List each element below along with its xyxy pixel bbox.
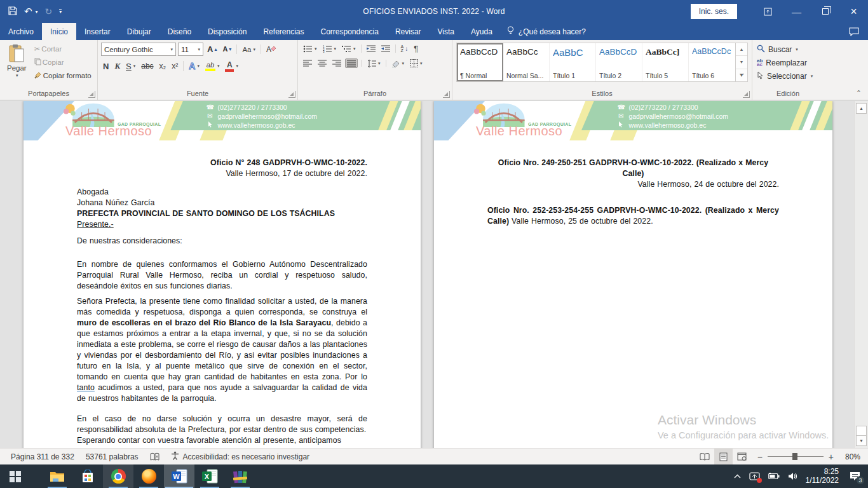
paste-dropdown-icon[interactable]: ▾ [16, 73, 18, 78]
superscript-button[interactable]: x² [170, 60, 180, 72]
zoom-percentage[interactable]: 80% [839, 452, 860, 461]
underline-button[interactable]: S▾ [124, 60, 137, 72]
customize-qat-icon[interactable]: ▾ [59, 9, 62, 14]
tab-revisar[interactable]: Revisar [387, 23, 430, 40]
tab-disposicion[interactable]: Disposición [200, 23, 255, 40]
styles-scroll-down-icon[interactable]: ▼ [736, 56, 747, 69]
tab-archivo[interactable]: Archivo [0, 23, 42, 40]
multilevel-list-button[interactable]: ▾ [340, 44, 358, 54]
page-indicator[interactable]: Página 311 de 332 [5, 449, 80, 464]
style-normal-sa[interactable]: AaBbCc Normal Sa... [503, 43, 550, 81]
bullets-button[interactable]: ▾ [301, 44, 319, 54]
screen-share-icon[interactable] [749, 472, 760, 481]
taskbar-chrome[interactable] [103, 464, 133, 488]
subscript-button[interactable]: x₂ [158, 60, 168, 72]
undo-dropdown-icon[interactable]: ▾ [36, 9, 38, 15]
page1-text[interactable]: Oficio N° 248 GADPRVH-O-WMC-10-2022. Val… [24, 140, 421, 446]
document-canvas[interactable]: GAD PARROQUIAL Valle Hermoso ☎(02)277322… [0, 101, 868, 448]
shading-button[interactable]: ▾ [390, 58, 407, 69]
web-layout-button[interactable] [733, 449, 751, 464]
read-mode-button[interactable] [696, 449, 714, 464]
speaker-icon[interactable] [788, 472, 797, 480]
comments-icon[interactable] [849, 23, 859, 40]
tab-dibujar[interactable]: Dibujar [119, 23, 159, 40]
highlight-button[interactable]: ab ▾ [203, 60, 222, 72]
text-effects-button[interactable]: A▾ [187, 60, 201, 72]
undo-icon[interactable]: ↶ [24, 6, 32, 17]
minimize-button[interactable]: — [782, 0, 811, 23]
tray-chevron-up-icon[interactable] [734, 474, 741, 478]
ribbon-display-options-icon[interactable] [754, 0, 782, 23]
tab-vista[interactable]: Vista [430, 23, 463, 40]
font-name-select[interactable]: Century Gothic▾ [101, 43, 176, 56]
bold-button[interactable]: N [101, 60, 111, 72]
tab-insertar[interactable]: Insertar [76, 23, 119, 40]
save-icon[interactable] [8, 6, 17, 17]
zoom-in-icon[interactable]: + [829, 452, 834, 462]
replace-button[interactable]: abac Reemplazar [756, 58, 820, 68]
italic-button[interactable]: K [112, 60, 122, 72]
paragraph-dialog-launcher[interactable] [443, 91, 450, 98]
style-normal[interactable]: AaBbCcD ¶ Normal [457, 43, 503, 81]
print-layout-button[interactable] [714, 449, 733, 464]
tab-inicio[interactable]: Inicio [42, 23, 76, 40]
sign-in-button[interactable]: Inic. ses. [691, 4, 737, 19]
clear-formatting-button[interactable]: A [264, 44, 278, 55]
restore-button[interactable] [811, 0, 839, 23]
document-page-2[interactable]: GAD PARROQUIAL Valle Hermoso ☎(02)277322… [434, 101, 832, 448]
paste-button[interactable]: Pegar ▾ [3, 43, 31, 88]
tab-referencias[interactable]: Referencias [255, 23, 312, 40]
change-case-button[interactable]: Aa▾ [240, 44, 257, 55]
collapse-ribbon-icon[interactable]: ⌃ [856, 89, 862, 97]
font-color-button[interactable]: A ▾ [223, 59, 240, 73]
format-painter-button[interactable]: Copiar formato [32, 70, 93, 81]
align-left-button[interactable] [301, 58, 314, 68]
style-titulo-6[interactable]: AaBbCcDc Título 6 [689, 43, 735, 81]
start-button[interactable] [0, 464, 31, 488]
close-button[interactable]: × [839, 0, 868, 23]
action-center-icon[interactable]: 3 [850, 471, 860, 481]
grow-font-button[interactable]: A▴ [205, 44, 219, 54]
word-count[interactable]: 53761 palabras [80, 449, 144, 464]
styles-more-icon[interactable]: ▼ [736, 69, 747, 81]
proofing-status-icon[interactable] [144, 449, 165, 464]
strikethrough-button[interactable]: abc [139, 60, 155, 72]
decrease-indent-button[interactable] [365, 44, 377, 54]
styles-scroll-up-icon[interactable]: ▲ [736, 43, 747, 56]
style-titulo-1[interactable]: AaBbC Título 1 [550, 43, 596, 81]
clipboard-dialog-launcher[interactable] [88, 91, 95, 98]
page2-text[interactable]: Oficio Nro. 249-250-251 GADPRVH-O-WMC-10… [434, 140, 832, 227]
increase-indent-button[interactable] [379, 44, 392, 54]
tab-ayuda[interactable]: Ayuda [463, 23, 501, 40]
taskbar-word[interactable]: W [164, 464, 194, 488]
zoom-slider[interactable] [768, 456, 824, 457]
taskbar-excel[interactable]: X [194, 464, 225, 488]
find-button[interactable]: Buscar▾ [756, 44, 820, 55]
battery-icon[interactable] [768, 473, 780, 480]
scroll-up-icon[interactable]: ▲ [856, 103, 867, 114]
select-button[interactable]: Seleccionar▾ [756, 71, 820, 82]
font-size-select[interactable]: 11▾ [178, 43, 203, 56]
tab-correspondencia[interactable]: Correspondencia [312, 23, 386, 40]
show-marks-button[interactable]: ¶ [412, 43, 420, 55]
align-center-button[interactable] [316, 58, 329, 68]
styles-dialog-launcher[interactable] [743, 91, 750, 98]
zoom-out-icon[interactable]: − [757, 452, 763, 462]
taskbar-winrar[interactable] [225, 464, 255, 488]
numbering-button[interactable]: 123▾ [321, 44, 339, 54]
style-titulo-2[interactable]: AaBbCcD Título 2 [596, 43, 642, 81]
document-page-1[interactable]: GAD PARROQUIAL Valle Hermoso ☎(02)277322… [24, 101, 421, 448]
justify-button[interactable] [345, 58, 358, 68]
underline-dropdown-icon[interactable]: ▾ [133, 64, 136, 69]
taskbar-file-explorer[interactable] [42, 464, 72, 488]
tab-diseno[interactable]: Diseño [159, 23, 200, 40]
taskbar-clock[interactable]: 8:25 1/11/2022 [806, 468, 839, 485]
borders-button[interactable]: ▾ [408, 58, 424, 69]
taskbar-store[interactable] [72, 464, 103, 488]
style-titulo-5[interactable]: AaBbCc] Título 5 [642, 43, 689, 81]
line-spacing-button[interactable]: ▾ [365, 58, 383, 69]
vertical-scrollbar[interactable]: ▲ ▼ [854, 101, 868, 448]
sort-button[interactable]: AZ ↓ [399, 44, 410, 54]
taskbar-firefox[interactable] [133, 464, 164, 488]
zoom-slider-handle[interactable] [792, 453, 797, 460]
